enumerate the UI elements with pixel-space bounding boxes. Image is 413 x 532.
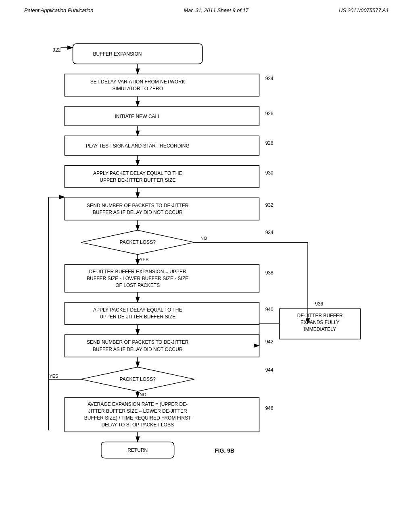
label-930: 930 xyxy=(265,170,273,176)
diagram-area: 922 BUFFER EXPANSION 924 SET DELAY VARIA… xyxy=(0,17,413,531)
label-944: 944 xyxy=(265,367,273,373)
header-left: Patent Application Publication xyxy=(24,7,94,13)
text-932-line2: BUFFER AS IF DELAY DID NOT OCCUR xyxy=(93,210,183,215)
text-946-line2: JITTER BUFFER SIZE – LOWER DE-JITTER xyxy=(88,408,187,414)
label-928: 928 xyxy=(265,140,273,146)
text-924-line1: SET DELAY VARIATION FROM NETWORK xyxy=(90,79,185,85)
text-934: PACKET LOSS? xyxy=(120,239,156,245)
label-932: 932 xyxy=(265,202,273,208)
text-926: INITIATE NEW CALL xyxy=(115,114,161,119)
svg-rect-11 xyxy=(65,198,259,220)
text-930-line2: UPPER DE-JITTER BUFFER SIZE xyxy=(100,177,175,183)
text-946-line1: AVERAGE EXPANSION RATE = (UPPER DE- xyxy=(88,401,188,407)
text-940-line1: APPLY PACKET DELAY EQUAL TO THE xyxy=(93,307,182,313)
text-946-line3: BUFFER SIZE) / TIME REQUIRED FROM FIRST xyxy=(84,415,191,421)
header-middle: Mar. 31, 2011 Sheet 9 of 17 xyxy=(184,7,249,13)
svg-rect-9 xyxy=(65,166,259,188)
text-924-line2: SIMULATOR TO ZERO xyxy=(112,86,163,91)
text-938-line2: BUFFER SIZE - LOWER BUFFER SIZE - SIZE xyxy=(87,276,188,281)
text-922: BUFFER EXPANSION xyxy=(93,51,142,57)
text-942-line1: SEND NUMBER OF PACKETS TO DE-JITTER xyxy=(87,339,189,345)
label-936: 936 xyxy=(315,301,323,307)
no-label-944: NO xyxy=(140,392,146,397)
flowchart-svg: 922 BUFFER EXPANSION 924 SET DELAY VARIA… xyxy=(24,25,389,523)
yes-label-944: YES xyxy=(49,374,58,378)
text-936-line3: IMMEDIATELY xyxy=(304,326,336,332)
no-label-934: NO xyxy=(200,236,207,241)
label-922: 922 xyxy=(52,47,60,53)
svg-rect-20 xyxy=(65,335,259,357)
svg-rect-18 xyxy=(65,302,259,324)
page-header: Patent Application Publication Mar. 31, … xyxy=(0,0,413,17)
svg-rect-3 xyxy=(65,74,259,96)
text-944: PACKET LOSS? xyxy=(120,376,156,382)
text-942-line2: BUFFER AS IF DELAY DID NOT OCCUR xyxy=(93,347,183,352)
header-right: US 2011/0075577 A1 xyxy=(339,7,389,13)
text-930-line1: APPLY PACKET DELAY EQUAL TO THE xyxy=(93,170,182,176)
text-940-line2: UPPER DE-JITTER BUFFER SIZE xyxy=(100,314,175,320)
text-946-line4: DELAY TO STOP PACKET LOSS xyxy=(101,422,174,428)
text-938-line3: OF LOST PACKETS xyxy=(115,283,160,288)
label-926: 926 xyxy=(265,111,273,116)
text-936-line2: EXPANDS FULLY xyxy=(300,320,340,325)
svg-rect-5 xyxy=(65,106,259,126)
label-940: 940 xyxy=(265,307,273,312)
fig-label: FIG. 9B xyxy=(215,447,234,454)
label-942: 942 xyxy=(265,339,273,345)
text-return: RETURN xyxy=(127,447,148,453)
text-936-line1: DE-JITTER BUFFER xyxy=(297,313,343,318)
label-924: 924 xyxy=(265,76,273,81)
label-938: 938 xyxy=(265,270,273,276)
label-946: 946 xyxy=(265,405,273,411)
text-938-line1: DE-JITTER BUFFER EXPANSION = UPPER xyxy=(89,269,186,274)
text-928: PLAY TEST SIGNAL AND START RECORDING xyxy=(86,143,190,149)
label-934: 934 xyxy=(265,230,273,235)
text-932-line1: SEND NUMBER OF PACKETS TO DE-JITTER xyxy=(87,203,189,208)
yes-label-934: YES xyxy=(140,257,148,262)
